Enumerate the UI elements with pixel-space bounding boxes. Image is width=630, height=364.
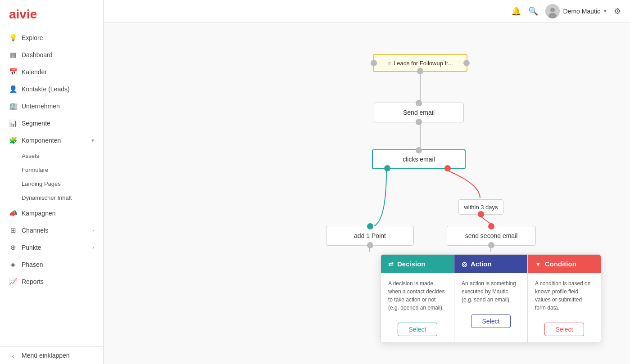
- action-select-button[interactable]: Select: [471, 315, 511, 328]
- explore-icon: 💡: [9, 34, 17, 42]
- action-footer: Select: [454, 310, 527, 334]
- decision-header: ⇄ Decision: [381, 255, 454, 273]
- search-icon[interactable]: 🔍: [528, 6, 538, 16]
- action-card: ◎ Action An action is something executed…: [454, 255, 528, 342]
- sidebar-sub-dynamischer[interactable]: Dynamischer Inhalt: [0, 191, 103, 205]
- svg-point-2: [548, 13, 557, 18]
- sidebar-bottom: ‹ Menü einklappen: [0, 346, 103, 364]
- sidebar-item-reports[interactable]: 📈 Reports: [0, 273, 103, 290]
- svg-point-1: [550, 8, 555, 12]
- kampagnen-icon: 📣: [9, 209, 17, 217]
- send-email-bottom-dot: [416, 119, 422, 125]
- sidebar-item-kontakte[interactable]: 👤 Kontakte (Leads): [0, 81, 103, 98]
- popup-cards-container: ⇄ Decision A decision is made when a con…: [381, 255, 601, 342]
- komponenten-icon: 🧩: [9, 136, 17, 144]
- add-1-point-node[interactable]: add 1 Point: [326, 226, 414, 246]
- sidebar-item-kalender[interactable]: 📅 Kalender: [0, 63, 103, 81]
- sidebar-item-explore[interactable]: 💡 Explore: [0, 29, 103, 46]
- sidebar-item-kampagnen[interactable]: 📣 Kampagnen: [0, 205, 103, 222]
- clicks-green-dot: [384, 165, 390, 171]
- user-chevron-icon: ▾: [604, 8, 607, 14]
- start-right-dot: [463, 60, 470, 66]
- kalender-icon: 📅: [9, 68, 17, 76]
- app-logo: aivie: [0, 0, 103, 29]
- condition-body: A condition is based on known profile fi…: [528, 273, 601, 318]
- sidebar-item-channels[interactable]: ⊞ Channels ›: [0, 222, 103, 239]
- chevron-right-icon2: ›: [92, 244, 94, 251]
- action-icon: ◎: [462, 261, 467, 268]
- chevron-down-icon: ▾: [91, 137, 94, 144]
- sidebar: aivie 💡 Explore ▦ Dashboard 📅 Kalender 👤…: [0, 0, 104, 364]
- second-email-bottom-dot: [488, 242, 494, 248]
- unternehmen-icon: 🏢: [9, 102, 17, 110]
- avatar-image: [545, 4, 560, 18]
- second-email-top-dot: [488, 223, 494, 229]
- clicks-email-node[interactable]: clicks email: [372, 149, 466, 169]
- segmente-icon: 📊: [9, 119, 17, 127]
- chevron-right-icon: ›: [92, 227, 94, 234]
- punkte-icon: ⊕: [9, 243, 17, 252]
- send-second-email-node[interactable]: send second email: [447, 226, 536, 246]
- add-point-top-dot: [367, 223, 373, 229]
- main-content: ≡ Leads for Followup fr... Send email cl…: [104, 22, 630, 364]
- within-3-days-node[interactable]: within 3 days: [458, 199, 503, 215]
- campaign-canvas[interactable]: ≡ Leads for Followup fr... Send email cl…: [104, 22, 630, 364]
- sidebar-sub-assets[interactable]: Assets: [0, 149, 103, 163]
- sidebar-sub-formulare[interactable]: Formulare: [0, 163, 103, 177]
- dashboard-icon: ▦: [9, 51, 17, 59]
- sidebar-item-dashboard[interactable]: ▦ Dashboard: [0, 46, 103, 63]
- clicks-top-dot: [416, 147, 422, 153]
- user-menu[interactable]: Demo Mautic ▾: [545, 4, 607, 18]
- within-bottom-dot: [478, 211, 484, 217]
- sidebar-item-komponenten[interactable]: 🧩 Komponenten ▾: [0, 132, 103, 149]
- flow-type-popup: ⇄ Decision A decision is made when a con…: [381, 254, 601, 343]
- decision-card: ⇄ Decision A decision is made when a con…: [381, 255, 454, 342]
- send-email-node[interactable]: Send email: [374, 103, 464, 122]
- reports-icon: 📈: [9, 278, 17, 286]
- sidebar-item-punkte[interactable]: ⊕ Punkte ›: [0, 239, 103, 256]
- start-left-dot: [371, 60, 377, 66]
- add-point-bottom-dot: [367, 242, 373, 248]
- condition-icon: ▼: [535, 261, 541, 268]
- topbar: 🔔 🔍 Demo Mautic ▾ ⚙: [104, 0, 630, 22]
- condition-footer: Select: [528, 318, 601, 342]
- kontakte-icon: 👤: [9, 85, 17, 93]
- action-body: An action is something executed by Mauti…: [454, 273, 527, 310]
- condition-card: ▼ Condition A condition is based on know…: [528, 255, 601, 342]
- notification-icon[interactable]: 🔔: [511, 6, 521, 16]
- action-header: ◎ Action: [454, 255, 527, 273]
- send-email-top-dot: [416, 100, 422, 106]
- sidebar-item-phasen[interactable]: ◈ Phasen: [0, 256, 103, 273]
- sidebar-item-unternehmen[interactable]: 🏢 Unternehmen: [0, 98, 103, 115]
- decision-select-button[interactable]: Select: [398, 323, 438, 336]
- phasen-icon: ◈: [9, 261, 17, 269]
- condition-select-button[interactable]: Select: [544, 323, 585, 336]
- settings-icon[interactable]: ⚙: [614, 6, 621, 16]
- start-bottom-dot: [417, 68, 423, 74]
- sidebar-sub-landingpages[interactable]: Landing Pages: [0, 177, 103, 191]
- condition-header: ▼ Condition: [528, 255, 601, 273]
- decision-body: A decision is made when a contact decide…: [381, 273, 454, 318]
- decision-icon: ⇄: [388, 261, 394, 268]
- sidebar-item-segmente[interactable]: 📊 Segmente: [0, 115, 103, 132]
- start-node[interactable]: ≡ Leads for Followup fr...: [373, 54, 467, 72]
- decision-footer: Select: [381, 318, 454, 342]
- canvas-inner: ≡ Leads for Followup fr... Send email cl…: [104, 22, 630, 364]
- avatar: [545, 4, 560, 18]
- clicks-red-dot: [444, 165, 451, 171]
- sidebar-item-collapse[interactable]: ‹ Menü einklappen: [0, 347, 103, 364]
- collapse-icon: ‹: [9, 351, 17, 360]
- channels-icon: ⊞: [9, 226, 17, 234]
